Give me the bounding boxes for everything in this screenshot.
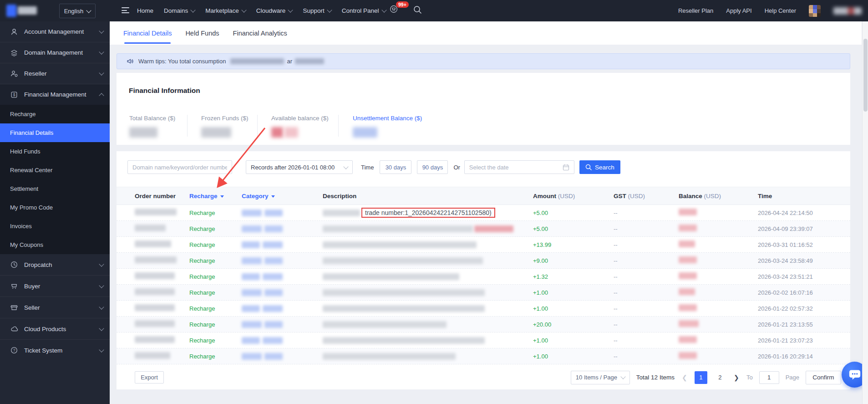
sidebar-sub-settlement[interactable]: Settlement	[0, 179, 110, 198]
page-2-button[interactable]: 2	[714, 371, 726, 384]
redacted-balance	[679, 209, 697, 215]
sidebar-sub-my-coupons[interactable]: My Coupons	[0, 235, 110, 254]
chevron-down-icon	[327, 7, 332, 12]
divider	[187, 115, 188, 137]
financial-management-submenu: Recharge Financial Details Held Funds Re…	[0, 105, 110, 254]
announcement-icon	[126, 57, 134, 65]
sidebar-item-cloud-products[interactable]: Cloud Products	[0, 318, 110, 340]
sidebar-sub-invoices[interactable]: Invoices	[0, 217, 110, 235]
redacted-value	[353, 127, 377, 138]
tab-held-funds[interactable]: Held Funds	[185, 21, 219, 45]
sidebar-sub-my-promo-code[interactable]: My Promo Code	[0, 198, 110, 217]
col-balance: Balance (USD)	[679, 193, 758, 199]
cart-button[interactable]: 99+	[390, 5, 398, 15]
page-1-button[interactable]: 1	[695, 371, 707, 384]
sidebar-item-seller[interactable]: Seller	[0, 297, 110, 318]
export-button[interactable]: Export	[135, 371, 164, 384]
search-icon	[585, 164, 592, 170]
apply-api-link[interactable]: Apply API	[726, 7, 751, 14]
keyword-search-input[interactable]	[127, 160, 232, 174]
next-page-button[interactable]: ❯	[733, 374, 740, 381]
col-recharge-filter[interactable]: Recharge	[189, 193, 242, 199]
menu-marketplace[interactable]: Marketplace	[205, 7, 246, 14]
chevron-down-icon	[99, 304, 104, 309]
main-menu: Home Domains Marketplace Cloudware Suppo…	[137, 0, 386, 21]
category-link-redacted[interactable]	[242, 337, 323, 344]
category-link-redacted[interactable]	[242, 289, 323, 296]
reseller-plan-link[interactable]: Reseller Plan	[678, 7, 713, 14]
search-icon[interactable]	[413, 5, 422, 14]
col-description: Description	[323, 193, 533, 199]
category-link-redacted[interactable]	[242, 273, 323, 280]
sidebar-item-buyer[interactable]: Buyer	[0, 276, 110, 297]
sidebar-item-ticket-system[interactable]: ? Ticket System	[0, 340, 110, 361]
sidebar-sub-held-funds[interactable]: Held Funds	[0, 142, 110, 161]
financial-information-title: Financial Information	[129, 87, 200, 95]
chevron-down-icon	[241, 7, 246, 12]
metric-total-balance: Total Balance ($)	[129, 115, 175, 138]
help-center-link[interactable]: Help Center	[765, 7, 796, 14]
divider	[257, 115, 258, 137]
category-link-redacted[interactable]	[242, 210, 323, 216]
page-label: Page	[786, 374, 799, 381]
scrollbar-thumb[interactable]	[863, 39, 868, 112]
redacted-description	[323, 273, 459, 280]
avatar[interactable]	[809, 5, 821, 17]
chevron-down-icon	[381, 7, 386, 12]
table-row: Recharge +1.00 -- 2026-02-02 16:07:16	[117, 285, 850, 301]
filter-bar: Records after 2026-01-01 08:00 Time 30 d…	[117, 160, 850, 174]
chevron-down-icon	[99, 283, 104, 288]
quick-30-days-button[interactable]: 30 days	[380, 160, 411, 174]
col-category-filter[interactable]: Category	[242, 193, 323, 199]
redacted-description	[323, 241, 477, 248]
redacted-order-number	[135, 225, 166, 231]
person-gear-icon	[10, 70, 18, 78]
chevron-down-icon	[99, 347, 104, 352]
menu-domains[interactable]: Domains	[164, 7, 195, 14]
person-icon	[10, 28, 18, 36]
table-row: Recharge +1.00 -- 2026-01-21 23:07:23	[117, 332, 850, 348]
confirm-button[interactable]: Confirm	[806, 371, 841, 384]
sidebar-item-domain-management[interactable]: Domain Management	[0, 42, 110, 63]
quick-90-days-button[interactable]: 90 days	[417, 160, 448, 174]
chevron-down-icon	[99, 70, 104, 75]
page-scrollbar	[862, 21, 868, 404]
menu-cloudware[interactable]: Cloudware	[256, 7, 293, 14]
redacted-description	[323, 257, 483, 264]
goto-page-input[interactable]	[759, 371, 779, 384]
language-selector[interactable]: English	[59, 4, 96, 18]
redacted-description	[323, 305, 485, 312]
brand-logo[interactable]	[6, 5, 38, 17]
redacted-order-number	[135, 320, 175, 327]
category-link-redacted[interactable]	[242, 321, 323, 328]
sidebar-item-account-management[interactable]: Account Management	[0, 21, 110, 42]
sidebar-item-reseller[interactable]: Reseller	[0, 63, 110, 84]
items-per-page-select[interactable]: 10 Items / Page	[571, 371, 630, 384]
sidebar-item-financial-management[interactable]: $ Financial Management	[0, 84, 110, 105]
category-link-redacted[interactable]	[242, 241, 323, 248]
tab-financial-details[interactable]: Financial Details	[123, 21, 172, 45]
tab-financial-analytics[interactable]: Financial Analytics	[233, 21, 287, 45]
date-picker-input[interactable]: Select the date	[464, 160, 574, 174]
chat-bubble-icon	[848, 369, 861, 381]
sidebar-sub-recharge[interactable]: Recharge	[0, 105, 110, 123]
collapse-menu-icon[interactable]	[122, 7, 129, 14]
prev-page-button[interactable]: ❮	[681, 374, 688, 381]
records-range-select[interactable]: Records after 2026-01-01 08:00	[246, 160, 353, 174]
sidebar-sub-renewal-center[interactable]: Renewal Center	[0, 161, 110, 179]
sidebar-item-dropcatch[interactable]: Dropcatch	[0, 254, 110, 276]
menu-home[interactable]: Home	[137, 7, 153, 14]
table-row: Recharge +1.00 -- 2026-01-16 20:29:14	[117, 348, 850, 364]
menu-support[interactable]: Support	[303, 7, 331, 14]
sidebar-sub-financial-details[interactable]: Financial Details	[0, 123, 110, 142]
store-icon	[10, 303, 18, 312]
category-link-redacted[interactable]	[242, 305, 323, 312]
category-link-redacted[interactable]	[242, 225, 323, 232]
warm-tips-text: Warm tips: You total consumption	[138, 58, 226, 65]
search-button[interactable]: Search	[579, 160, 620, 174]
menu-control-panel[interactable]: Control Panel	[342, 7, 386, 14]
category-link-redacted[interactable]	[242, 257, 323, 264]
table-row: Recharge trade number:1_2026042422142751…	[117, 205, 850, 221]
table-footer: Export 10 Items / Page Total 12 Items ❮ …	[117, 365, 850, 389]
category-link-redacted[interactable]	[242, 353, 323, 360]
